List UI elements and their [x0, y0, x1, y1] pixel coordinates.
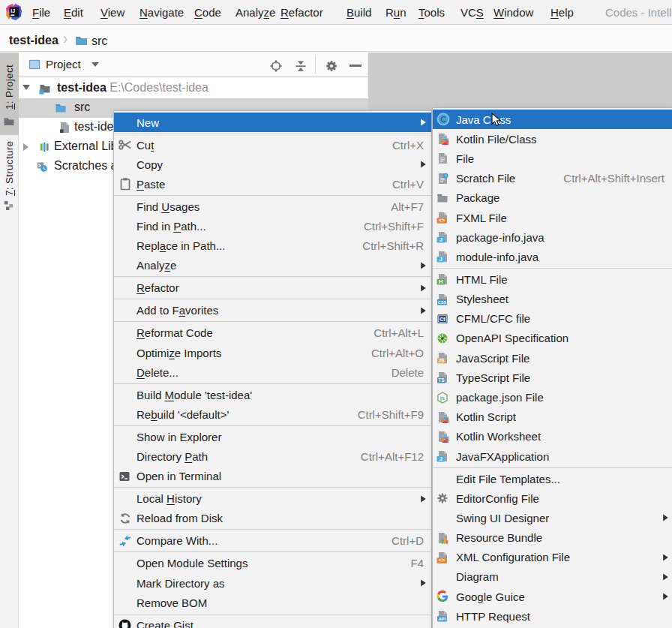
svg-text:TS: TS	[438, 377, 445, 383]
svg-text:Cf: Cf	[440, 317, 446, 322]
svg-text:<>: <>	[439, 218, 445, 223]
svg-text:C: C	[440, 116, 446, 124]
svg-text:J: J	[440, 236, 442, 243]
svg-text:J: J	[440, 256, 442, 263]
svg-text:API: API	[439, 617, 446, 621]
svg-text:H: H	[439, 278, 442, 285]
svg-text:IJ: IJ	[10, 8, 15, 14]
svg-text:JS: JS	[439, 358, 446, 363]
svg-text:js: js	[440, 395, 445, 401]
svg-text:CSS: CSS	[438, 300, 447, 305]
svg-text:J: J	[440, 455, 442, 462]
svg-text:<>: <>	[439, 557, 445, 563]
